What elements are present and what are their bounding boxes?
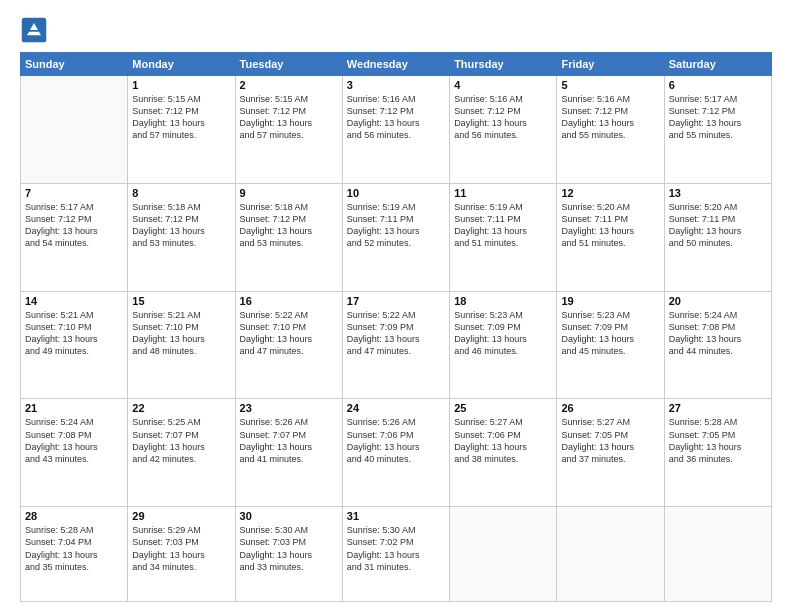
- cell-info: Sunrise: 5:16 AM Sunset: 7:12 PM Dayligh…: [454, 93, 552, 142]
- calendar-cell: [557, 507, 664, 602]
- day-number: 29: [132, 510, 230, 522]
- day-header-thursday: Thursday: [450, 53, 557, 76]
- calendar-cell: 23Sunrise: 5:26 AM Sunset: 7:07 PM Dayli…: [235, 399, 342, 507]
- week-row-2: 14Sunrise: 5:21 AM Sunset: 7:10 PM Dayli…: [21, 291, 772, 399]
- day-number: 24: [347, 402, 445, 414]
- day-number: 5: [561, 79, 659, 91]
- page: SundayMondayTuesdayWednesdayThursdayFrid…: [0, 0, 792, 612]
- calendar-cell: 7Sunrise: 5:17 AM Sunset: 7:12 PM Daylig…: [21, 183, 128, 291]
- day-header-tuesday: Tuesday: [235, 53, 342, 76]
- cell-info: Sunrise: 5:19 AM Sunset: 7:11 PM Dayligh…: [347, 201, 445, 250]
- day-number: 31: [347, 510, 445, 522]
- day-number: 17: [347, 295, 445, 307]
- calendar-cell: 29Sunrise: 5:29 AM Sunset: 7:03 PM Dayli…: [128, 507, 235, 602]
- day-number: 11: [454, 187, 552, 199]
- cell-info: Sunrise: 5:22 AM Sunset: 7:10 PM Dayligh…: [240, 309, 338, 358]
- cell-info: Sunrise: 5:15 AM Sunset: 7:12 PM Dayligh…: [132, 93, 230, 142]
- cell-info: Sunrise: 5:25 AM Sunset: 7:07 PM Dayligh…: [132, 416, 230, 465]
- day-number: 15: [132, 295, 230, 307]
- day-number: 19: [561, 295, 659, 307]
- calendar-cell: 3Sunrise: 5:16 AM Sunset: 7:12 PM Daylig…: [342, 76, 449, 184]
- week-row-0: 1Sunrise: 5:15 AM Sunset: 7:12 PM Daylig…: [21, 76, 772, 184]
- day-number: 12: [561, 187, 659, 199]
- cell-info: Sunrise: 5:20 AM Sunset: 7:11 PM Dayligh…: [669, 201, 767, 250]
- cell-info: Sunrise: 5:29 AM Sunset: 7:03 PM Dayligh…: [132, 524, 230, 573]
- day-number: 28: [25, 510, 123, 522]
- cell-info: Sunrise: 5:18 AM Sunset: 7:12 PM Dayligh…: [132, 201, 230, 250]
- cell-info: Sunrise: 5:16 AM Sunset: 7:12 PM Dayligh…: [347, 93, 445, 142]
- cell-info: Sunrise: 5:30 AM Sunset: 7:03 PM Dayligh…: [240, 524, 338, 573]
- cell-info: Sunrise: 5:16 AM Sunset: 7:12 PM Dayligh…: [561, 93, 659, 142]
- cell-info: Sunrise: 5:18 AM Sunset: 7:12 PM Dayligh…: [240, 201, 338, 250]
- calendar-cell: [21, 76, 128, 184]
- logo: [20, 16, 52, 44]
- day-number: 16: [240, 295, 338, 307]
- day-number: 8: [132, 187, 230, 199]
- week-row-3: 21Sunrise: 5:24 AM Sunset: 7:08 PM Dayli…: [21, 399, 772, 507]
- cell-info: Sunrise: 5:28 AM Sunset: 7:05 PM Dayligh…: [669, 416, 767, 465]
- day-number: 23: [240, 402, 338, 414]
- cell-info: Sunrise: 5:27 AM Sunset: 7:06 PM Dayligh…: [454, 416, 552, 465]
- cell-info: Sunrise: 5:24 AM Sunset: 7:08 PM Dayligh…: [25, 416, 123, 465]
- week-row-4: 28Sunrise: 5:28 AM Sunset: 7:04 PM Dayli…: [21, 507, 772, 602]
- calendar-cell: 14Sunrise: 5:21 AM Sunset: 7:10 PM Dayli…: [21, 291, 128, 399]
- calendar-header-row: SundayMondayTuesdayWednesdayThursdayFrid…: [21, 53, 772, 76]
- cell-info: Sunrise: 5:21 AM Sunset: 7:10 PM Dayligh…: [25, 309, 123, 358]
- cell-info: Sunrise: 5:19 AM Sunset: 7:11 PM Dayligh…: [454, 201, 552, 250]
- calendar-cell: 25Sunrise: 5:27 AM Sunset: 7:06 PM Dayli…: [450, 399, 557, 507]
- calendar-cell: 20Sunrise: 5:24 AM Sunset: 7:08 PM Dayli…: [664, 291, 771, 399]
- day-number: 9: [240, 187, 338, 199]
- calendar-cell: 21Sunrise: 5:24 AM Sunset: 7:08 PM Dayli…: [21, 399, 128, 507]
- cell-info: Sunrise: 5:17 AM Sunset: 7:12 PM Dayligh…: [25, 201, 123, 250]
- calendar-cell: 17Sunrise: 5:22 AM Sunset: 7:09 PM Dayli…: [342, 291, 449, 399]
- day-number: 21: [25, 402, 123, 414]
- calendar-cell: 27Sunrise: 5:28 AM Sunset: 7:05 PM Dayli…: [664, 399, 771, 507]
- calendar-cell: 5Sunrise: 5:16 AM Sunset: 7:12 PM Daylig…: [557, 76, 664, 184]
- cell-info: Sunrise: 5:20 AM Sunset: 7:11 PM Dayligh…: [561, 201, 659, 250]
- cell-info: Sunrise: 5:15 AM Sunset: 7:12 PM Dayligh…: [240, 93, 338, 142]
- day-number: 30: [240, 510, 338, 522]
- cell-info: Sunrise: 5:17 AM Sunset: 7:12 PM Dayligh…: [669, 93, 767, 142]
- cell-info: Sunrise: 5:22 AM Sunset: 7:09 PM Dayligh…: [347, 309, 445, 358]
- calendar-cell: [450, 507, 557, 602]
- calendar-cell: 31Sunrise: 5:30 AM Sunset: 7:02 PM Dayli…: [342, 507, 449, 602]
- day-number: 3: [347, 79, 445, 91]
- calendar-cell: [664, 507, 771, 602]
- day-number: 20: [669, 295, 767, 307]
- calendar-cell: 15Sunrise: 5:21 AM Sunset: 7:10 PM Dayli…: [128, 291, 235, 399]
- cell-info: Sunrise: 5:21 AM Sunset: 7:10 PM Dayligh…: [132, 309, 230, 358]
- day-number: 14: [25, 295, 123, 307]
- calendar-cell: 13Sunrise: 5:20 AM Sunset: 7:11 PM Dayli…: [664, 183, 771, 291]
- calendar-cell: 19Sunrise: 5:23 AM Sunset: 7:09 PM Dayli…: [557, 291, 664, 399]
- cell-info: Sunrise: 5:23 AM Sunset: 7:09 PM Dayligh…: [561, 309, 659, 358]
- cell-info: Sunrise: 5:23 AM Sunset: 7:09 PM Dayligh…: [454, 309, 552, 358]
- day-number: 22: [132, 402, 230, 414]
- calendar-cell: 12Sunrise: 5:20 AM Sunset: 7:11 PM Dayli…: [557, 183, 664, 291]
- day-number: 2: [240, 79, 338, 91]
- day-number: 4: [454, 79, 552, 91]
- day-header-wednesday: Wednesday: [342, 53, 449, 76]
- calendar-cell: 30Sunrise: 5:30 AM Sunset: 7:03 PM Dayli…: [235, 507, 342, 602]
- day-number: 25: [454, 402, 552, 414]
- calendar-cell: 28Sunrise: 5:28 AM Sunset: 7:04 PM Dayli…: [21, 507, 128, 602]
- cell-info: Sunrise: 5:27 AM Sunset: 7:05 PM Dayligh…: [561, 416, 659, 465]
- calendar-cell: 6Sunrise: 5:17 AM Sunset: 7:12 PM Daylig…: [664, 76, 771, 184]
- calendar-cell: 16Sunrise: 5:22 AM Sunset: 7:10 PM Dayli…: [235, 291, 342, 399]
- calendar-cell: 11Sunrise: 5:19 AM Sunset: 7:11 PM Dayli…: [450, 183, 557, 291]
- cell-info: Sunrise: 5:24 AM Sunset: 7:08 PM Dayligh…: [669, 309, 767, 358]
- logo-icon: [20, 16, 48, 44]
- calendar-cell: 8Sunrise: 5:18 AM Sunset: 7:12 PM Daylig…: [128, 183, 235, 291]
- day-number: 10: [347, 187, 445, 199]
- calendar-cell: 26Sunrise: 5:27 AM Sunset: 7:05 PM Dayli…: [557, 399, 664, 507]
- calendar-cell: 2Sunrise: 5:15 AM Sunset: 7:12 PM Daylig…: [235, 76, 342, 184]
- day-number: 26: [561, 402, 659, 414]
- day-header-friday: Friday: [557, 53, 664, 76]
- day-number: 13: [669, 187, 767, 199]
- calendar-cell: 18Sunrise: 5:23 AM Sunset: 7:09 PM Dayli…: [450, 291, 557, 399]
- calendar-table: SundayMondayTuesdayWednesdayThursdayFrid…: [20, 52, 772, 602]
- calendar-cell: 10Sunrise: 5:19 AM Sunset: 7:11 PM Dayli…: [342, 183, 449, 291]
- header: [20, 16, 772, 44]
- cell-info: Sunrise: 5:26 AM Sunset: 7:06 PM Dayligh…: [347, 416, 445, 465]
- calendar-cell: 4Sunrise: 5:16 AM Sunset: 7:12 PM Daylig…: [450, 76, 557, 184]
- day-header-sunday: Sunday: [21, 53, 128, 76]
